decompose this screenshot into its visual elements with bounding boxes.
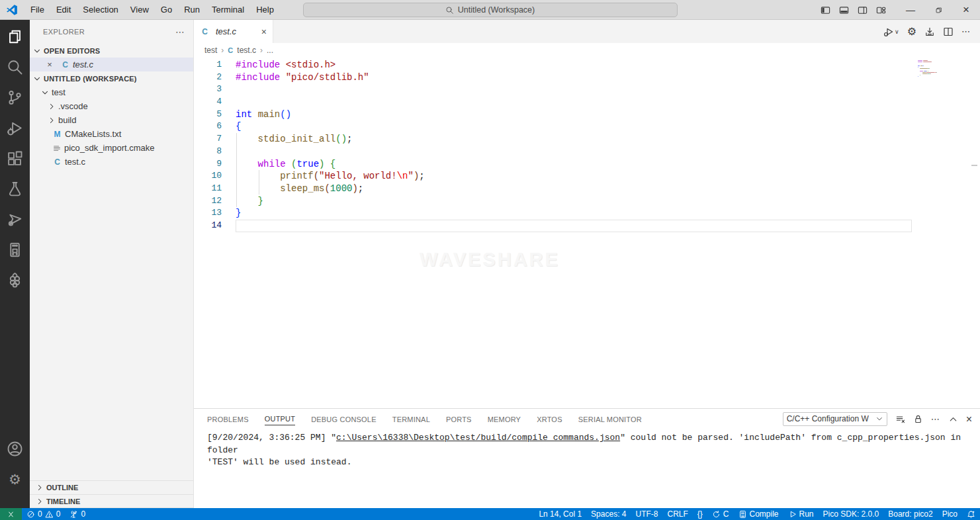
toggle-secondary-sidebar-icon[interactable] [858,5,868,15]
status-run[interactable]: Run [783,508,819,520]
close-editor-icon[interactable]: × [44,60,55,69]
activity-raspberry-pi-icon[interactable] [7,272,23,288]
status-remote[interactable] [0,508,22,520]
code-line-2[interactable]: 2#include "pico/stdlib.h" [194,71,980,84]
lock-scroll-icon[interactable] [913,414,923,424]
scrollbar-decoration[interactable] [971,165,977,166]
code-line-10[interactable]: 10 printf("Hello, world!\n"); [194,170,980,183]
panel-more-actions-icon[interactable]: ⋯ [931,414,940,424]
minimap[interactable] [918,60,940,79]
menu-selection[interactable]: Selection [77,0,124,20]
menu-view[interactable]: View [124,0,155,20]
tab-close-icon[interactable]: × [261,26,267,37]
code-line-5[interactable]: 5int main() [194,108,980,121]
output-file-link[interactable]: c:\Users\16338\Desktop\test/build/compil… [336,433,620,443]
toggle-panel-icon[interactable] [839,5,849,15]
tree-item-test[interactable]: test [30,85,193,99]
panel-tab-ports[interactable]: PORTS [446,413,472,425]
status-pico-sdk[interactable]: Pico SDK: 2.0.0 [819,508,884,520]
section-timeline[interactable]: TIMELINE [30,494,193,508]
status-board[interactable]: Board: pico2 [883,508,937,520]
activity-settings-icon[interactable]: ⚙ [7,471,23,488]
tree-item-cmakelists-txt[interactable]: MCMakeLists.txt [30,127,193,141]
run-or-debug-button[interactable]: ∨ [883,26,899,37]
command-center-search[interactable]: Untitled (Workspace) [303,3,678,17]
sidebar-title: EXPLORER [43,28,85,36]
status-pico[interactable]: Pico [938,508,962,520]
panel-tab-xrtos[interactable]: XRTOS [537,413,562,425]
section-open-editors[interactable]: OPEN EDITORS [30,44,193,58]
restore-button[interactable] [924,0,952,20]
tree-item-pico-sdk-import-cmake[interactable]: pico_sdk_import.cmake [30,141,193,155]
chevron-right-icon [35,483,44,492]
code-line-11[interactable]: 11 sleep_ms(1000); [194,183,980,195]
split-editor-icon[interactable] [943,26,954,37]
status-intellisense-braces[interactable]: {} [693,508,707,520]
status-notifications[interactable] [962,508,980,520]
status-indentation[interactable]: Spaces: 4 [586,508,631,520]
tree-item-test-c[interactable]: Ctest.c [30,155,193,169]
code-line-14[interactable]: 14 [194,220,980,232]
activity-run-debug-icon[interactable] [7,120,23,136]
activity-account-icon[interactable] [7,441,23,457]
status-language-mode[interactable]: C [707,508,734,520]
panel-tab-output[interactable]: OUTPUT [265,412,295,425]
clear-output-icon[interactable] [895,414,905,424]
code-line-12[interactable]: 12 } [194,195,980,208]
menu-edit[interactable]: Edit [50,0,77,20]
tab-test-c[interactable]: C test.c × [194,20,273,43]
panel-tab-problems[interactable]: PROBLEMS [207,413,249,425]
close-panel-icon[interactable]: × [966,414,972,424]
titlebar-right: — × [821,0,980,20]
panel-tab-debug-console[interactable]: DEBUG CONSOLE [311,413,377,425]
code-line-7[interactable]: 7 stdio_init_all(); [194,133,980,146]
code-line-6[interactable]: 6{ [194,120,980,133]
code-line-3[interactable]: 3 [194,83,980,96]
toggle-sidebar-icon[interactable] [821,5,830,15]
status-problems[interactable]: 00 [22,508,65,520]
menu-terminal[interactable]: Terminal [206,0,250,20]
code-line-8[interactable]: 8 [194,146,980,158]
activity-cmake-icon[interactable] [7,211,23,228]
close-window-button[interactable]: × [952,0,980,20]
minimize-button[interactable]: — [897,0,924,20]
breadcrumb-folder[interactable]: test [204,46,217,55]
panel-tab-memory[interactable]: MEMORY [488,413,521,425]
code-line-13[interactable]: 13} [194,207,980,220]
menu-help[interactable]: Help [250,0,280,20]
section-outline[interactable]: OUTLINE [30,480,193,494]
code-line-1[interactable]: 1#include <stdio.h> [194,59,980,71]
activity-extensions-icon[interactable] [7,150,23,167]
breadcrumb-symbol[interactable]: ... [267,46,273,55]
tree-item--vscode[interactable]: .vscode [30,99,193,113]
menu-go[interactable]: Go [155,0,178,20]
panel-tab-terminal[interactable]: TERMINAL [392,413,430,425]
activity-testing-icon[interactable] [7,181,23,197]
maximize-panel-icon[interactable] [948,414,958,424]
tree-item-test-c[interactable]: ×Ctest.c [30,58,193,71]
editor-settings-gear-icon[interactable]: ⚙ [907,26,916,37]
activity-search-icon[interactable] [7,59,23,75]
code-line-4[interactable]: 4 [194,96,980,108]
status-encoding[interactable]: UTF-8 [631,508,662,520]
status-compile[interactable]: Compile [734,508,783,520]
menu-file[interactable]: File [24,0,50,20]
activity-explorer-icon[interactable] [7,28,23,45]
section-untitled-workspace-[interactable]: UNTITLED (WORKSPACE) [30,71,193,85]
editor-more-actions-icon[interactable]: ⋯ [961,26,971,36]
code-editor[interactable]: 1#include <stdio.h>2#include "pico/stdli… [194,57,980,408]
flash-deploy-icon[interactable] [924,26,935,37]
breadcrumb-file[interactable]: test.c [237,46,256,55]
panel-tab-serial-monitor[interactable]: SERIAL MONITOR [578,413,642,425]
code-line-9[interactable]: 9 while (true) { [194,158,980,171]
activity-source-control-icon[interactable] [7,89,23,106]
menu-run[interactable]: Run [178,0,206,20]
tree-item-build[interactable]: build [30,113,193,127]
customize-layout-icon[interactable] [876,5,886,15]
output-channel-dropdown[interactable]: C/C++ Configuration W [783,412,887,426]
explorer-more-actions-icon[interactable]: ⋯ [175,26,185,37]
status-eol[interactable]: CRLF [662,508,692,520]
activity-pico-board-icon[interactable] [7,241,23,258]
status-ports[interactable]: 0 [65,508,90,520]
status-cursor-position[interactable]: Ln 14, Col 1 [534,508,586,520]
